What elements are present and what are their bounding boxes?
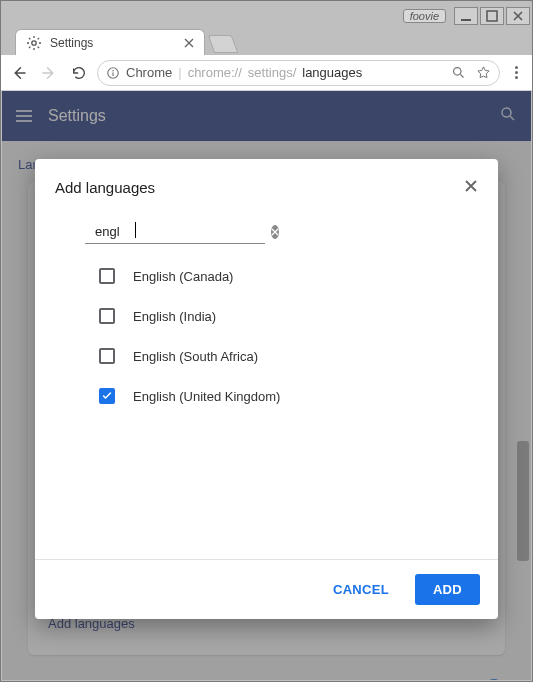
- language-row[interactable]: English (South Africa): [99, 348, 478, 364]
- add-button[interactable]: ADD: [415, 574, 480, 605]
- svg-rect-1: [487, 11, 497, 21]
- dialog-close-button[interactable]: [464, 177, 478, 198]
- text-cursor: [135, 222, 136, 238]
- forward-button: [37, 61, 61, 85]
- bookmark-star-icon[interactable]: [476, 65, 491, 80]
- back-button[interactable]: [7, 61, 31, 85]
- app-badge: foovie: [403, 9, 446, 23]
- close-icon: [271, 228, 279, 236]
- gear-icon: [26, 35, 42, 51]
- dialog-header: Add languages: [35, 159, 498, 208]
- arrow-left-icon: [10, 64, 28, 82]
- address-bar[interactable]: Chrome | chrome://settings/languages: [97, 60, 500, 86]
- reload-button[interactable]: [67, 61, 91, 85]
- arrow-right-icon: [40, 64, 58, 82]
- language-label: English (India): [133, 309, 216, 324]
- svg-rect-5: [112, 72, 113, 76]
- address-path: languages: [302, 65, 362, 80]
- language-row[interactable]: English (Canada): [99, 268, 478, 284]
- maximize-button[interactable]: [480, 7, 504, 25]
- language-search-input[interactable]: [95, 224, 263, 239]
- zoom-icon[interactable]: [451, 65, 466, 80]
- minimize-button[interactable]: [454, 7, 478, 25]
- language-row[interactable]: English (United Kingdom): [99, 388, 478, 404]
- svg-point-4: [112, 69, 114, 71]
- address-protocol: chrome://: [188, 65, 242, 80]
- add-languages-dialog: Add languages English (Canada)English (I…: [35, 159, 498, 619]
- browser-tabstrip: Settings: [1, 29, 532, 55]
- dialog-footer: CANCEL ADD: [35, 559, 498, 619]
- language-checkbox[interactable]: [99, 388, 115, 404]
- new-tab-button[interactable]: [208, 35, 239, 53]
- window-titlebar: foovie: [1, 1, 532, 29]
- minimize-icon: [458, 8, 474, 24]
- language-row[interactable]: English (India): [99, 308, 478, 324]
- address-host: settings/: [248, 65, 296, 80]
- language-checkbox[interactable]: [99, 268, 115, 284]
- dialog-title: Add languages: [55, 179, 155, 196]
- maximize-icon: [484, 8, 500, 24]
- tab-title: Settings: [50, 36, 93, 50]
- browser-menu-button[interactable]: [506, 66, 526, 79]
- svg-point-2: [32, 40, 36, 44]
- close-icon: [184, 38, 194, 48]
- language-label: English (United Kingdom): [133, 389, 280, 404]
- language-checkbox[interactable]: [99, 348, 115, 364]
- dialog-body: English (Canada)English (India)English (…: [35, 208, 498, 559]
- close-icon: [510, 8, 526, 24]
- clear-search-button[interactable]: [271, 225, 279, 239]
- close-window-button[interactable]: [506, 7, 530, 25]
- language-label: English (Canada): [133, 269, 233, 284]
- language-search-field[interactable]: [85, 220, 265, 244]
- language-checkbox[interactable]: [99, 308, 115, 324]
- svg-rect-0: [461, 19, 471, 21]
- tab-close-button[interactable]: [184, 35, 194, 51]
- cancel-button[interactable]: CANCEL: [319, 574, 403, 605]
- browser-tab[interactable]: Settings: [15, 29, 205, 55]
- reload-icon: [71, 65, 87, 81]
- check-icon: [101, 390, 113, 402]
- language-label: English (South Africa): [133, 349, 258, 364]
- site-info-icon: [106, 66, 120, 80]
- browser-toolbar: Chrome | chrome://settings/languages: [1, 55, 532, 91]
- address-chrome-label: Chrome: [126, 65, 172, 80]
- close-icon: [464, 179, 478, 193]
- language-list: English (Canada)English (India)English (…: [55, 268, 478, 404]
- address-separator: |: [178, 65, 181, 80]
- svg-point-6: [454, 68, 462, 76]
